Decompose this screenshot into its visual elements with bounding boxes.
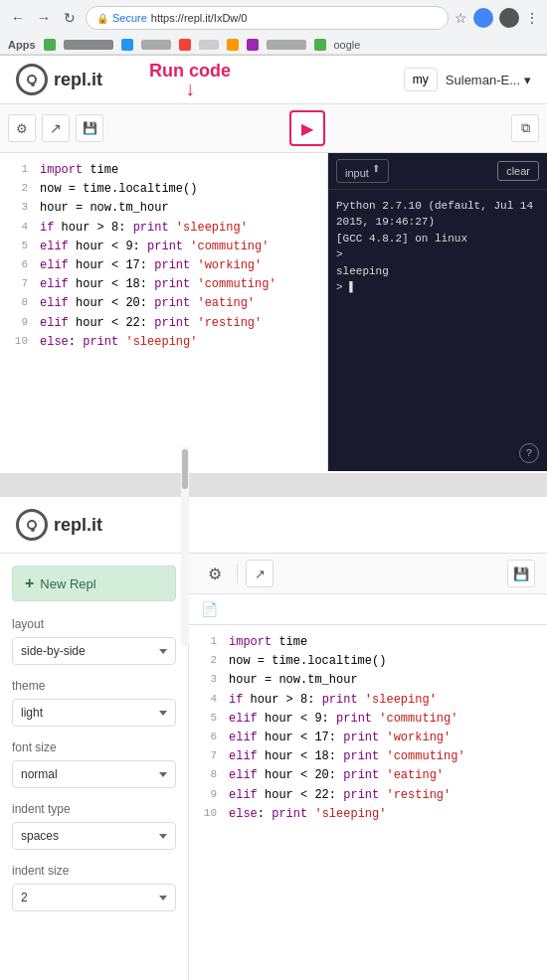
table-row: 8 elif hour < 20: print 'eating' bbox=[0, 294, 327, 313]
code-editor[interactable]: 1 import time 2 now = time.localtime() 3… bbox=[0, 153, 328, 471]
settings-button[interactable]: ⚙ bbox=[8, 114, 36, 142]
code-lines: 1 import time 2 now = time.localtime() 3… bbox=[0, 153, 327, 360]
table-row: 7 elif hour < 18: print 'commuting' bbox=[0, 275, 327, 294]
refresh-button[interactable]: ↻ bbox=[60, 8, 80, 28]
plus-icon: + bbox=[25, 574, 34, 592]
layout-select[interactable]: side-by-side bbox=[12, 637, 176, 665]
share-button-2[interactable]: ↗ bbox=[246, 560, 274, 587]
bookmark-5-text bbox=[267, 40, 306, 50]
run-button[interactable]: ▶ bbox=[289, 110, 325, 146]
settings-toolbar: ⚙ ↗ 💾 bbox=[189, 554, 547, 594]
user-label: Suleman-E... bbox=[446, 73, 520, 87]
replit-logo-2: repl.it bbox=[16, 509, 102, 541]
toolbar-divider bbox=[237, 564, 238, 583]
table-row: 1 import time bbox=[189, 633, 547, 652]
clear-button[interactable]: clear bbox=[497, 161, 539, 181]
table-row: 4 if hour > 8: print 'sleeping' bbox=[189, 691, 547, 710]
editor-toolbar: ⚙ ↗ 💾 ▶ ⧉ bbox=[0, 104, 547, 153]
secure-text: Secure bbox=[112, 12, 147, 24]
editor-section: ⚙ ↗ 💾 ▶ ⧉ 1 import time 2 bbox=[0, 104, 547, 471]
logo-text-2: repl.it bbox=[54, 515, 102, 536]
logo-text: repl.it bbox=[54, 70, 102, 90]
share-button[interactable]: ↗ bbox=[42, 114, 70, 142]
indent-size-select[interactable]: 2 bbox=[12, 884, 176, 911]
bookmarks-bar: Apps oogle bbox=[0, 36, 547, 55]
editor-with-scroll: 1 import time 2 now = time.localtime() 3… bbox=[189, 625, 547, 980]
bookmark-3-text bbox=[199, 40, 219, 50]
run-arrow-icon: ↓ bbox=[149, 78, 231, 100]
run-code-callout: Run code ↓ bbox=[149, 61, 231, 100]
profile-icon[interactable] bbox=[499, 8, 519, 28]
console-line-1: Python 2.7.10 (default, Jul 14 bbox=[336, 198, 539, 215]
replit-app: repl.it Run code ↓ my Suleman-E... ▾ ⚙ ↗… bbox=[0, 56, 547, 473]
scrollbar-track[interactable] bbox=[181, 554, 189, 646]
font-size-select[interactable]: normal bbox=[12, 760, 176, 788]
table-row: 9 elif hour < 22: print 'resting' bbox=[189, 786, 547, 805]
font-size-label: font size bbox=[12, 740, 176, 754]
table-row: 10 else: print 'sleeping' bbox=[0, 333, 327, 352]
table-row: 3 hour = now.tm_hour bbox=[189, 671, 547, 690]
table-row: 5 elif hour < 9: print 'commuting' bbox=[0, 238, 327, 256]
table-row: 2 now = time.localtime() bbox=[0, 180, 327, 199]
theme-section: theme light bbox=[12, 679, 176, 727]
menu-button[interactable]: ⋮ bbox=[525, 10, 539, 26]
header-right: my Suleman-E... ▾ bbox=[404, 68, 531, 91]
console-line-3: [GCC 4.8.2] on linux bbox=[336, 231, 539, 247]
bookmark-6[interactable] bbox=[314, 39, 326, 51]
console-prompt-2: > ▌ bbox=[336, 279, 539, 296]
indent-size-label: indent size bbox=[12, 864, 176, 878]
bookmark-3[interactable] bbox=[179, 39, 191, 51]
logo-icon-2 bbox=[16, 509, 48, 541]
lock-icon: 🔒 bbox=[96, 13, 108, 24]
replit-logo: repl.it bbox=[16, 64, 102, 95]
browser-toolbar: ← → ↻ 🔒 Secure https://repl.it/IxDw/0 ☆ … bbox=[0, 0, 547, 36]
console-line-2: 2015, 19:46:27) bbox=[336, 214, 539, 231]
input-tab[interactable]: input ⬆ bbox=[336, 159, 389, 183]
my-repls-button[interactable]: my bbox=[404, 68, 438, 91]
logo-icon bbox=[16, 64, 48, 95]
help-button[interactable]: ? bbox=[519, 443, 539, 463]
bookmark-bar-text bbox=[64, 40, 113, 50]
indent-type-section: indent type spaces bbox=[12, 802, 176, 850]
table-row: 10 else: print 'sleeping' bbox=[189, 805, 547, 824]
table-row: 1 import time bbox=[0, 161, 327, 180]
bookmark-5[interactable] bbox=[247, 39, 259, 51]
url-text: https://repl.it/IxDw/0 bbox=[151, 12, 248, 24]
new-repl-label: New Repl bbox=[40, 576, 95, 591]
file-icon: 📄 bbox=[201, 601, 218, 617]
address-bar[interactable]: 🔒 Secure https://repl.it/IxDw/0 bbox=[86, 6, 449, 30]
console-prompt-1: > bbox=[336, 246, 539, 263]
bookmark-1[interactable] bbox=[44, 39, 56, 51]
save-button[interactable]: 💾 bbox=[76, 114, 103, 142]
settings-sidebar: + New Repl layout side-by-side theme lig… bbox=[0, 554, 189, 980]
bookmark-4[interactable] bbox=[227, 39, 239, 51]
editor-main: + New Repl layout side-by-side theme lig… bbox=[0, 554, 547, 980]
new-repl-button[interactable]: + New Repl bbox=[12, 566, 176, 601]
indent-size-section: indent size 2 bbox=[12, 864, 176, 911]
google-bookmark[interactable]: oogle bbox=[334, 39, 361, 51]
screenshot-divider bbox=[0, 473, 547, 497]
code-lines-2[interactable]: 1 import time 2 now = time.localtime() 3… bbox=[189, 625, 547, 980]
save-button-2[interactable]: 💾 bbox=[507, 560, 535, 587]
replit-app-2: repl.it + New Repl layout side-by-side bbox=[0, 497, 547, 980]
table-row: 2 now = time.localtime() bbox=[189, 652, 547, 671]
code-panel-2: ⚙ ↗ 💾 📄 1 import time 2 bbox=[189, 554, 547, 980]
star-button[interactable]: ☆ bbox=[455, 10, 467, 26]
replit-header-2: repl.it bbox=[0, 497, 547, 554]
table-row: 3 hour = now.tm_hour bbox=[0, 199, 327, 218]
gear-button[interactable]: ⚙ bbox=[201, 560, 229, 587]
console-output: Python 2.7.10 (default, Jul 14 2015, 19:… bbox=[328, 190, 547, 304]
user-menu[interactable]: Suleman-E... ▾ bbox=[446, 73, 531, 87]
indent-type-select[interactable]: spaces bbox=[12, 822, 176, 850]
table-row: 4 if hour > 8: print 'sleeping' bbox=[0, 219, 327, 238]
bookmark-2[interactable] bbox=[121, 39, 133, 51]
forward-button[interactable]: → bbox=[34, 8, 54, 28]
apps-bookmark[interactable]: Apps bbox=[8, 39, 36, 51]
table-row: 9 elif hour < 22: print 'resting' bbox=[0, 314, 327, 333]
theme-select[interactable]: light bbox=[12, 699, 176, 727]
console-sleeping: sleeping bbox=[336, 263, 539, 280]
font-size-section: font size normal bbox=[12, 740, 176, 788]
table-row: 7 elif hour < 18: print 'commuting' bbox=[189, 747, 547, 766]
copy-button[interactable]: ⧉ bbox=[511, 114, 539, 142]
back-button[interactable]: ← bbox=[8, 8, 28, 28]
